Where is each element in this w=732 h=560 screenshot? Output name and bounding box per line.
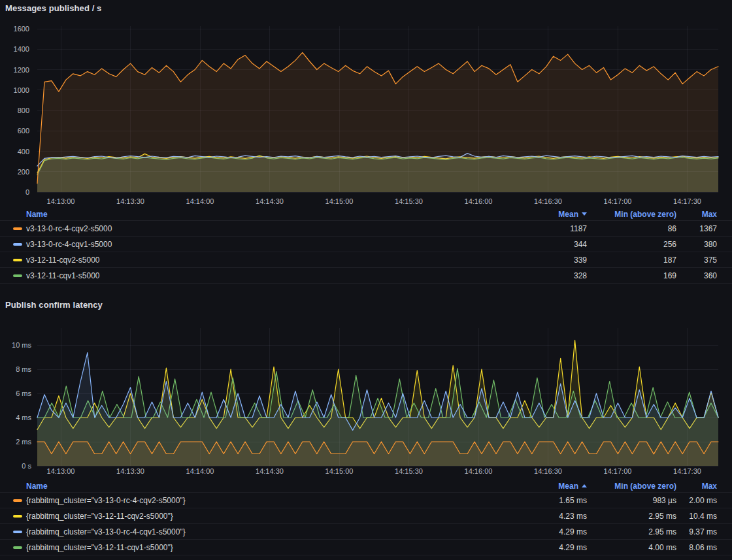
legend-header-mean[interactable]: Mean	[515, 482, 587, 491]
max-value: 375	[676, 255, 717, 265]
min-value: 983 µs	[587, 496, 676, 505]
series-name[interactable]: {rabbitmq_cluster="v3-12-11-cqv2-s5000"}	[26, 512, 173, 521]
publish-confirm-latency-chart[interactable]: 0 s2 ms4 ms6 ms8 ms10 ms14:13:0014:13:30…	[0, 321, 732, 480]
mean-value: 4.23 ms	[515, 512, 587, 521]
series-name[interactable]: {rabbitmq_cluster="v3-13-0-rc-4-cqv2-s50…	[26, 496, 186, 505]
series-color-swatch	[13, 227, 22, 230]
min-value: 169	[587, 271, 676, 280]
legend-row[interactable]: v3-13-0-rc-4-cqv1-s5000 344 256 380	[0, 237, 732, 252]
svg-text:14:14:00: 14:14:00	[186, 197, 214, 205]
legend-header-mean-label: Mean	[558, 482, 578, 491]
legend-header-mean[interactable]: Mean	[515, 210, 587, 219]
min-value: 86	[587, 224, 676, 233]
svg-text:10 ms: 10 ms	[12, 341, 31, 349]
legend-header-mean-label: Mean	[558, 210, 578, 219]
svg-text:14:16:30: 14:16:30	[534, 467, 562, 475]
svg-text:14:14:00: 14:14:00	[186, 467, 214, 475]
mean-value: 4.29 ms	[515, 527, 587, 536]
svg-text:800: 800	[18, 107, 29, 114]
legend-header-min[interactable]: Min (above zero)	[587, 482, 676, 491]
svg-text:6 ms: 6 ms	[16, 389, 31, 397]
min-value: 187	[587, 255, 676, 265]
series-name[interactable]: {rabbitmq_cluster="v3-13-0-rc-4-cqv1-s50…	[26, 527, 186, 536]
legend-header-name[interactable]: Name	[26, 210, 515, 219]
svg-text:14:15:30: 14:15:30	[395, 197, 423, 205]
svg-text:4 ms: 4 ms	[16, 414, 31, 421]
legend-row[interactable]: {rabbitmq_cluster="v3-13-0-rc-4-cqv1-s50…	[0, 524, 732, 540]
panel-title-publish-confirm-latency[interactable]: Publish confirm latency	[5, 300, 103, 310]
series-color-swatch	[13, 515, 22, 518]
legend-header-row: Name Mean Min (above zero) Max	[0, 208, 732, 221]
svg-text:14:16:00: 14:16:00	[465, 467, 493, 475]
svg-text:200: 200	[18, 168, 29, 176]
legend-header-row: Name Mean Min (above zero) Max	[0, 480, 732, 493]
svg-text:2 ms: 2 ms	[16, 438, 31, 446]
svg-text:8 ms: 8 ms	[16, 365, 31, 373]
svg-text:14:17:00: 14:17:00	[604, 467, 632, 475]
svg-text:14:16:00: 14:16:00	[465, 197, 493, 205]
messages-published-chart[interactable]: 0200400600800100012001400160014:13:0014:…	[0, 24, 732, 208]
legend-header-max[interactable]: Max	[676, 482, 717, 491]
panel-title-messages-published[interactable]: Messages published / s	[5, 3, 101, 13]
series-name[interactable]: v3-12-11-cqv2-s5000	[26, 255, 100, 265]
legend-row[interactable]: {rabbitmq_cluster="v3-12-11-cqv1-s5000"}…	[0, 540, 732, 555]
svg-text:1400: 1400	[14, 45, 29, 53]
svg-text:14:17:30: 14:17:30	[673, 467, 701, 475]
svg-text:400: 400	[18, 148, 29, 156]
legend-header-max[interactable]: Max	[676, 210, 717, 219]
series-name[interactable]: v3-13-0-rc-4-cqv1-s5000	[26, 240, 112, 249]
series-name[interactable]: v3-13-0-rc-4-cqv2-s5000	[26, 224, 112, 233]
max-value: 10.4 ms	[676, 512, 717, 521]
mean-value: 344	[515, 240, 587, 249]
series-color-swatch	[13, 274, 22, 277]
min-value: 2.95 ms	[587, 527, 676, 536]
series-color-swatch	[13, 499, 22, 502]
svg-text:1600: 1600	[14, 25, 29, 33]
svg-text:14:15:00: 14:15:00	[325, 197, 354, 205]
series-name[interactable]: {rabbitmq_cluster="v3-12-11-cqv1-s5000"}	[26, 543, 173, 552]
sort-asc-icon	[582, 484, 587, 487]
series-color-swatch	[13, 243, 22, 246]
min-value: 256	[587, 240, 676, 249]
max-value: 360	[676, 271, 717, 280]
mean-value: 328	[515, 271, 587, 280]
svg-text:14:16:30: 14:16:30	[534, 197, 562, 205]
svg-text:14:14:30: 14:14:30	[256, 467, 284, 475]
mean-value: 1187	[515, 224, 587, 233]
svg-text:600: 600	[18, 127, 29, 135]
mean-value: 339	[515, 255, 587, 265]
series-name[interactable]: v3-12-11-cqv1-s5000	[26, 271, 100, 280]
legend-row[interactable]: {rabbitmq_cluster="v3-13-0-rc-4-cqv2-s50…	[0, 493, 732, 508]
svg-text:14:13:00: 14:13:00	[47, 197, 75, 205]
min-value: 4.00 ms	[587, 543, 676, 552]
svg-text:14:15:00: 14:15:00	[325, 467, 354, 475]
svg-text:14:13:00: 14:13:00	[47, 467, 75, 475]
legend-row[interactable]: {rabbitmq_cluster="v3-12-11-cqv2-s5000"}…	[0, 508, 732, 524]
series-color-swatch	[13, 546, 22, 549]
legend-header-name[interactable]: Name	[26, 482, 515, 491]
svg-text:14:13:30: 14:13:30	[116, 467, 144, 475]
legend-row[interactable]: v3-12-11-cqv1-s5000 328 169 360	[0, 268, 732, 284]
messages-published-legend-table: Name Mean Min (above zero) Max v3-13-0-r…	[0, 208, 732, 284]
max-value: 380	[676, 240, 717, 249]
legend-header-min[interactable]: Min (above zero)	[587, 210, 676, 219]
svg-text:14:13:30: 14:13:30	[116, 197, 144, 205]
max-value: 2.00 ms	[676, 496, 717, 505]
svg-text:1200: 1200	[14, 66, 29, 74]
max-value: 8.06 ms	[676, 543, 717, 552]
max-value: 1367	[676, 224, 717, 233]
series-color-swatch	[13, 531, 22, 533]
svg-text:14:17:00: 14:17:00	[604, 197, 632, 205]
svg-text:1000: 1000	[14, 86, 29, 94]
publish-confirm-latency-legend-table: Name Mean Min (above zero) Max {rabbitmq…	[0, 480, 732, 555]
sort-desc-icon	[582, 212, 587, 216]
svg-text:14:15:30: 14:15:30	[395, 467, 423, 475]
legend-row[interactable]: v3-13-0-rc-4-cqv2-s5000 1187 86 1367	[0, 221, 732, 237]
min-value: 2.95 ms	[587, 512, 676, 521]
svg-text:14:17:30: 14:17:30	[673, 197, 701, 205]
max-value: 9.37 ms	[676, 527, 717, 536]
mean-value: 1.65 ms	[515, 496, 587, 505]
legend-row[interactable]: v3-12-11-cqv2-s5000 339 187 375	[0, 252, 732, 268]
svg-text:0: 0	[25, 188, 29, 196]
mean-value: 4.29 ms	[515, 543, 587, 552]
